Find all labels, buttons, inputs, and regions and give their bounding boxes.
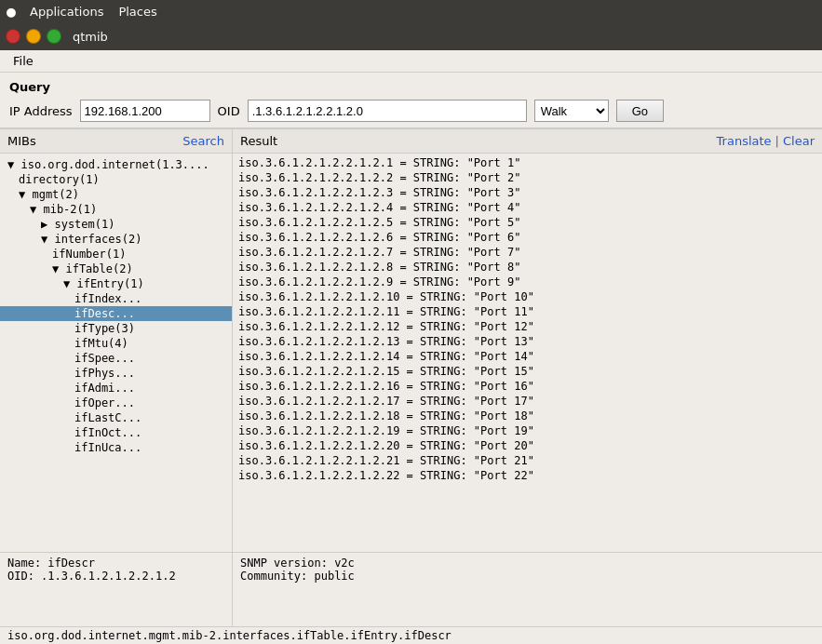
menu-places[interactable]: Places bbox=[111, 0, 164, 22]
result-line: iso.3.6.1.2.1.2.2.1.2.20 = STRING: "Port… bbox=[236, 438, 818, 453]
result-line: iso.3.6.1.2.1.2.2.1.2.18 = STRING: "Port… bbox=[236, 409, 818, 423]
tree-item[interactable]: ifInUca... bbox=[0, 440, 232, 455]
tree-item[interactable]: ▼ mib-2(1) bbox=[0, 202, 232, 217]
status-text: iso.org.dod.internet.mgmt.mib-2.interfac… bbox=[7, 629, 451, 642]
tree-item[interactable]: ifOper... bbox=[0, 396, 232, 410]
clear-link[interactable]: Clear bbox=[783, 134, 815, 148]
result-header: Result Translate | Clear bbox=[233, 129, 822, 154]
titlebar: qtmib bbox=[0, 22, 822, 50]
search-link[interactable]: Search bbox=[182, 134, 224, 148]
info-panel-right: SNMP version: v2c Community: public bbox=[233, 553, 822, 626]
result-line: iso.3.6.1.2.1.2.2.1.2.21 = STRING: "Port… bbox=[236, 453, 818, 468]
mibs-title: MIBs bbox=[7, 134, 182, 148]
separator: | bbox=[775, 134, 779, 148]
translate-link[interactable]: Translate bbox=[717, 134, 772, 148]
app-icon: ● bbox=[4, 4, 19, 19]
left-panel: MIBs Search ▼ iso.org.dod.internet(1.3..… bbox=[0, 129, 233, 552]
info-name: Name: ifDescr bbox=[7, 557, 224, 570]
tree-item[interactable]: ifAdmi... bbox=[0, 381, 232, 396]
tree-item[interactable]: ifIndex... bbox=[0, 291, 232, 306]
info-panel-left: Name: ifDescr OID: .1.3.6.1.2.1.2.2.1.2 bbox=[0, 553, 233, 626]
tree-item[interactable]: ifLastC... bbox=[0, 410, 232, 425]
result-title: Result bbox=[240, 134, 717, 148]
result-line: iso.3.6.1.2.1.2.2.1.2.22 = STRING: "Port… bbox=[236, 468, 818, 483]
info-community: Community: public bbox=[240, 570, 815, 583]
tree-item[interactable]: ifDesc... bbox=[0, 306, 232, 321]
result-line: iso.3.6.1.2.1.2.2.1.2.1 = STRING: "Port … bbox=[236, 155, 818, 170]
menubar: ● Applications Places bbox=[0, 0, 822, 22]
query-section: Query IP Address OID Walk Get GetNext Go bbox=[0, 73, 822, 128]
result-container[interactable]: iso.3.6.1.2.1.2.2.1.2.1 = STRING: "Port … bbox=[233, 154, 822, 552]
tree-item[interactable]: ▼ interfaces(2) bbox=[0, 232, 232, 247]
tree-item[interactable]: ifType(3) bbox=[0, 321, 232, 336]
result-line: iso.3.6.1.2.1.2.2.1.2.16 = STRING: "Port… bbox=[236, 379, 818, 394]
menu-file[interactable]: File bbox=[7, 52, 39, 70]
statusbar: iso.org.dod.internet.mgmt.mib-2.interfac… bbox=[0, 626, 822, 644]
tree-item[interactable]: ▼ ifTable(2) bbox=[0, 262, 232, 276]
result-line: iso.3.6.1.2.1.2.2.1.2.8 = STRING: "Port … bbox=[236, 260, 818, 275]
ip-input[interactable] bbox=[80, 100, 210, 122]
go-button[interactable]: Go bbox=[616, 100, 664, 122]
minimize-button[interactable] bbox=[26, 29, 41, 44]
query-title: Query bbox=[9, 80, 813, 94]
result-line: iso.3.6.1.2.1.2.2.1.2.10 = STRING: "Port… bbox=[236, 289, 818, 304]
bottom-panels: Name: ifDescr OID: .1.3.6.1.2.1.2.2.1.2 … bbox=[0, 552, 822, 626]
tree-item[interactable]: ifNumber(1) bbox=[0, 247, 232, 262]
result-line: iso.3.6.1.2.1.2.2.1.2.7 = STRING: "Port … bbox=[236, 245, 818, 260]
tree-item[interactable]: ifMtu(4) bbox=[0, 336, 232, 351]
result-line: iso.3.6.1.2.1.2.2.1.2.19 = STRING: "Port… bbox=[236, 423, 818, 438]
result-line: iso.3.6.1.2.1.2.2.1.2.15 = STRING: "Port… bbox=[236, 364, 818, 379]
oid-label: OID bbox=[218, 104, 240, 118]
menu-applications[interactable]: Applications bbox=[22, 0, 111, 22]
result-line: iso.3.6.1.2.1.2.2.1.2.3 = STRING: "Port … bbox=[236, 185, 818, 200]
result-line: iso.3.6.1.2.1.2.2.1.2.17 = STRING: "Port… bbox=[236, 394, 818, 409]
result-line: iso.3.6.1.2.1.2.2.1.2.6 = STRING: "Port … bbox=[236, 230, 818, 245]
main-content: MIBs Search ▼ iso.org.dod.internet(1.3..… bbox=[0, 128, 822, 552]
tree-item[interactable]: ▶ system(1) bbox=[0, 217, 232, 232]
right-panel: Result Translate | Clear iso.3.6.1.2.1.2… bbox=[233, 129, 822, 552]
tree-item[interactable]: ifInOct... bbox=[0, 425, 232, 440]
result-line: iso.3.6.1.2.1.2.2.1.2.4 = STRING: "Port … bbox=[236, 200, 818, 215]
tree-container[interactable]: ▼ iso.org.dod.internet(1.3....directory(… bbox=[0, 154, 232, 552]
result-line: iso.3.6.1.2.1.2.2.1.2.9 = STRING: "Port … bbox=[236, 275, 818, 289]
tree-item[interactable]: ▼ mgmt(2) bbox=[0, 187, 232, 202]
result-line: iso.3.6.1.2.1.2.2.1.2.2 = STRING: "Port … bbox=[236, 170, 818, 185]
tree-item[interactable]: ▼ ifEntry(1) bbox=[0, 276, 232, 291]
result-actions: Translate | Clear bbox=[717, 134, 815, 148]
maximize-button[interactable] bbox=[47, 29, 61, 44]
tree-item[interactable]: ifPhys... bbox=[0, 366, 232, 381]
close-button[interactable] bbox=[6, 29, 20, 44]
query-row: IP Address OID Walk Get GetNext Go bbox=[9, 100, 813, 122]
tree-item[interactable]: directory(1) bbox=[0, 172, 232, 187]
app-window: File Query IP Address OID Walk Get GetNe… bbox=[0, 50, 822, 644]
info-oid: OID: .1.3.6.1.2.1.2.2.1.2 bbox=[7, 570, 224, 583]
result-line: iso.3.6.1.2.1.2.2.1.2.5 = STRING: "Port … bbox=[236, 215, 818, 230]
window-title: qtmib bbox=[73, 30, 108, 44]
left-panel-header: MIBs Search bbox=[0, 129, 232, 154]
ip-label: IP Address bbox=[9, 104, 73, 118]
result-line: iso.3.6.1.2.1.2.2.1.2.12 = STRING: "Port… bbox=[236, 319, 818, 334]
result-line: iso.3.6.1.2.1.2.2.1.2.13 = STRING: "Port… bbox=[236, 334, 818, 349]
info-snmp: SNMP version: v2c bbox=[240, 557, 815, 570]
oid-input[interactable] bbox=[248, 100, 527, 122]
tree-item[interactable]: ifSpee... bbox=[0, 351, 232, 366]
app-menubar: File bbox=[0, 50, 822, 73]
walk-select[interactable]: Walk Get GetNext bbox=[534, 100, 609, 122]
result-line: iso.3.6.1.2.1.2.2.1.2.14 = STRING: "Port… bbox=[236, 349, 818, 364]
tree-item[interactable]: ▼ iso.org.dod.internet(1.3.... bbox=[0, 157, 232, 172]
result-line: iso.3.6.1.2.1.2.2.1.2.11 = STRING: "Port… bbox=[236, 304, 818, 319]
